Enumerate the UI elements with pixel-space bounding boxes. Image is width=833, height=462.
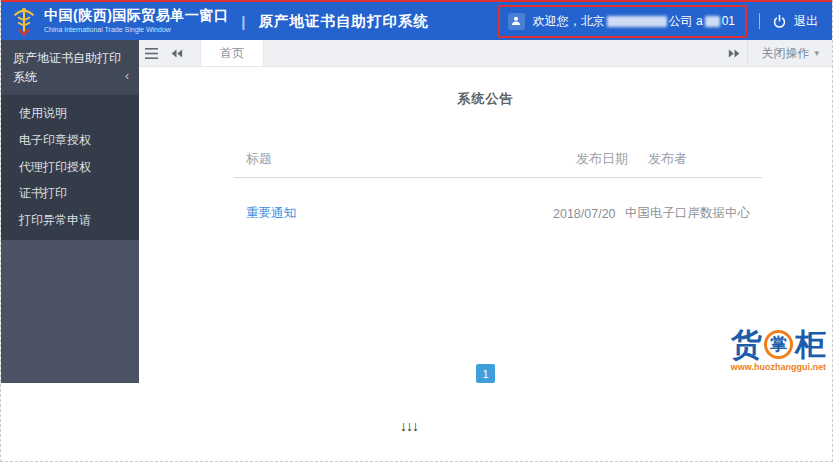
announcement-publisher: 中国电子口岸数据中心 — [611, 205, 750, 222]
huozhanggui-watermark: 货 掌 柜 www.huozhanggui.net — [731, 329, 826, 372]
sidebar-item-eseal-authorization[interactable]: 电子印章授权 — [1, 127, 139, 154]
watermark-char-3: 柜 — [795, 329, 826, 360]
sidebar-item-certificate-print[interactable]: 证书打印 — [1, 180, 139, 207]
org-title-block: 中国(陕西)国际贸易单一窗口 China International Trade… — [44, 8, 228, 33]
double-right-arrow-icon — [728, 48, 741, 59]
column-header-title: 标题 — [246, 150, 576, 168]
watermark-char-1: 货 — [731, 329, 762, 360]
chevron-down-icon: ▾ — [814, 48, 819, 58]
org-title: 中国(陕西)国际贸易单一窗口 — [44, 8, 228, 23]
title-divider: | — [241, 13, 245, 30]
tab-bar: 首页 关闭操作 ▾ — [139, 40, 832, 67]
sidebar-collapse-icon[interactable]: ‹ — [125, 67, 129, 86]
column-header-publish-date: 发布日期 — [576, 150, 634, 168]
table-header-row: 标题 发布日期 发布者 — [234, 150, 762, 178]
user-avatar-icon — [508, 13, 525, 30]
logout-label: 退出 — [794, 13, 818, 30]
sidebar-item-agent-print-authorization[interactable]: 代理打印授权 — [1, 154, 139, 181]
welcome-text: 欢迎您，北京公司 a01 — [533, 13, 735, 30]
logout-button[interactable]: 退出 — [772, 13, 818, 30]
double-left-arrow-icon — [170, 48, 183, 59]
down-arrows-annotation: ↓↓↓ — [400, 418, 418, 434]
tab-bar-right: 关闭操作 ▾ — [722, 40, 832, 66]
close-operations-dropdown[interactable]: 关闭操作 ▾ — [747, 40, 832, 66]
welcome-suffix: 01 — [722, 14, 735, 28]
main-content: 系统公告 标题 发布日期 发布者 重要通知 2018/07/20 中国电子口岸数… — [139, 67, 832, 461]
system-title: 原产地证书自助打印系统 — [259, 12, 430, 31]
user-info-annotated-box: 欢迎您，北京公司 a01 — [498, 5, 747, 38]
watermark-url: www.huozhanggui.net — [731, 362, 826, 372]
sidebar-menu: 使用说明 电子印章授权 代理打印授权 证书打印 打印异常申请 — [1, 95, 139, 240]
hamburger-icon — [145, 48, 158, 59]
close-operations-label: 关闭操作 — [761, 45, 809, 62]
sidebar-system-header[interactable]: 原产地证书自助打印系统 ‹ — [1, 40, 139, 95]
page-title: 系统公告 — [139, 90, 832, 108]
header-vertical-divider — [759, 13, 760, 29]
announcement-date: 2018/07/20 — [553, 207, 611, 221]
welcome-prefix: 欢迎您，北京 — [533, 13, 605, 30]
user-zone: 欢迎您，北京公司 a01 退出 — [498, 5, 822, 38]
sidebar-item-usage-instructions[interactable]: 使用说明 — [1, 100, 139, 127]
watermark-char-2: 掌 — [770, 336, 787, 353]
pagination: 1 — [139, 364, 832, 383]
watermark-logo-row: 货 掌 柜 — [731, 329, 826, 360]
org-subtitle: China International Trade Single Window — [44, 26, 228, 34]
announcement-link[interactable]: 重要通知 — [246, 206, 296, 220]
scroll-tabs-left-button[interactable] — [164, 40, 189, 66]
pagination-page-1-button[interactable]: 1 — [476, 364, 495, 383]
sidebar: 原产地证书自助打印系统 ‹ 使用说明 电子印章授权 代理打印授权 证书打印 打印… — [1, 40, 139, 383]
redacted-account-id — [705, 16, 720, 27]
welcome-mid: 公司 a — [669, 13, 703, 30]
redacted-company-name — [607, 16, 667, 27]
app-window: 中国(陕西)国际贸易单一窗口 China International Trade… — [0, 0, 833, 462]
announcement-table: 标题 发布日期 发布者 重要通知 2018/07/20 中国电子口岸数据中心 — [234, 150, 762, 222]
menu-toggle-button[interactable] — [139, 40, 164, 66]
power-icon — [772, 14, 787, 29]
sidebar-title: 原产地证书自助打印系统 — [13, 51, 121, 84]
column-header-publisher: 发布者 — [634, 150, 750, 168]
scroll-tabs-right-button[interactable] — [722, 40, 747, 66]
top-header-bar: 中国(陕西)国际贸易单一窗口 China International Trade… — [1, 2, 832, 40]
tab-home[interactable]: 首页 — [200, 40, 264, 66]
sidebar-item-print-exception-request[interactable]: 打印异常申请 — [1, 207, 139, 234]
annotation-top-line — [1, 0, 832, 2]
watermark-circle-icon: 掌 — [764, 330, 793, 359]
table-row: 重要通知 2018/07/20 中国电子口岸数据中心 — [234, 205, 762, 222]
customs-emblem-icon — [11, 5, 37, 37]
